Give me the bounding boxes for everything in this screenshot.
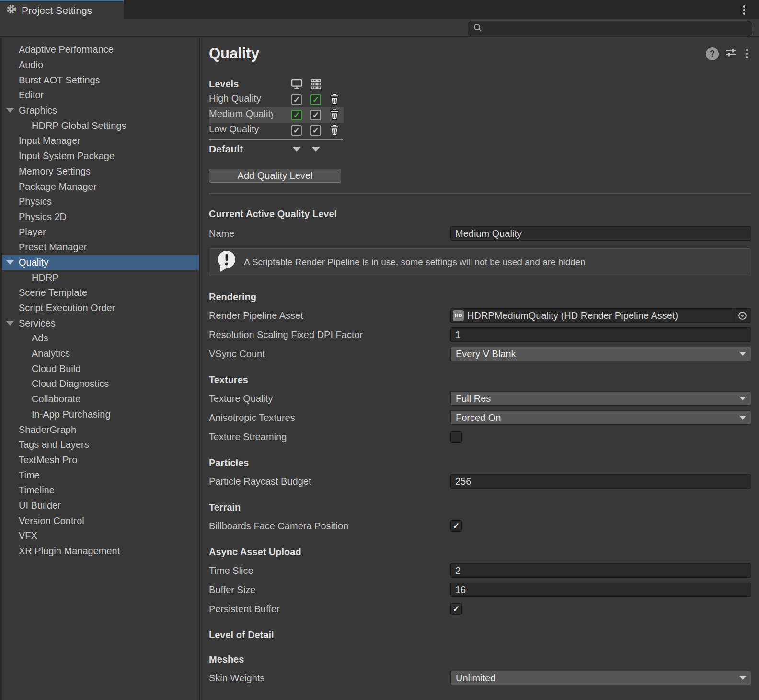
expand-arrow-icon [6,230,19,234]
sidebar-item-quality[interactable]: Quality [2,255,199,270]
level-checkbox-desktop[interactable]: ✓ [291,110,302,120]
sidebar-item-cloud-build[interactable]: Cloud Build [2,361,199,376]
chevron-down-icon [739,352,746,356]
expand-arrow-icon [6,321,19,326]
expand-arrow-icon [19,382,32,386]
sidebar-item-shadergraph[interactable]: ShaderGraph [2,422,199,437]
object-picker-icon[interactable] [734,309,751,322]
info-icon [216,249,238,275]
resolution-scaling-fixed-dpi-factor-input[interactable] [450,327,751,342]
page-title: Quality [209,44,751,63]
expand-arrow-icon [6,215,19,219]
sidebar-item-hdrp-global-settings[interactable]: HDRP Global Settings [2,118,199,133]
level-checkbox-server[interactable]: ✓ [310,94,321,105]
sidebar-item-collaborate[interactable]: Collaborate [2,392,199,407]
sidebar-item-scene-template[interactable]: Scene Template [2,285,199,301]
level-row-low-quality[interactable]: Low Quality ✓ ✓ [209,123,344,138]
sidebar-item-input-manager[interactable]: Input Manager [2,133,199,149]
field-row-persistent-buffer: Persistent Buffer ✓ [209,602,751,616]
hd-asset-icon: HD [453,310,464,321]
sidebar-item-ads[interactable]: Ads [2,331,199,346]
level-row-high-quality[interactable]: High Quality ✓ ✓ [209,92,344,107]
sidebar-item-xr-plugin-management[interactable]: XR Plugin Management [2,544,199,559]
level-checkbox-server[interactable]: ✓ [310,110,321,120]
billboards-face-camera-position-checkbox[interactable]: ✓ [450,520,462,532]
sidebar-item-package-manager[interactable]: Package Manager [2,179,199,194]
section-particles: Particles Particle Raycast Budget [209,457,751,489]
sidebar-item-hdrp[interactable]: HDRP [2,270,199,285]
expand-arrow-icon [6,63,19,67]
sidebar-item-preset-manager[interactable]: Preset Manager [2,240,199,255]
sidebar-item-services[interactable]: Services [2,315,199,331]
sidebar-item-graphics[interactable]: Graphics [2,103,199,118]
expand-arrow-icon [6,306,19,310]
expand-arrow-icon [19,351,32,356]
persistent-buffer-checkbox[interactable]: ✓ [450,603,462,615]
sidebar-item-time[interactable]: Time [2,467,199,483]
sidebar-item-ui-builder[interactable]: UI Builder [2,498,199,513]
sidebar-item-input-system-package[interactable]: Input System Package [2,149,199,164]
expand-arrow-icon [6,199,19,204]
expand-arrow-icon [6,47,19,52]
expand-arrow-icon [6,519,19,523]
level-row-medium-quality[interactable]: Medium Quality ✓ ✓ [209,107,344,123]
search-input[interactable] [485,21,752,36]
sidebar-item-analytics[interactable]: Analytics [2,346,199,362]
sidebar-item-tags-and-layers[interactable]: Tags and Layers [2,437,199,453]
render-pipeline-asset-object-field[interactable]: HD HDRPMediumQuality (HD Render Pipeline… [450,308,751,323]
sidebar-item-adaptive-performance[interactable]: Adaptive Performance [2,42,199,58]
section-heading-textures: Textures [209,374,751,385]
presets-icon[interactable] [725,47,737,60]
expand-arrow-icon [19,397,32,401]
project-settings-tab[interactable]: Project Settings [0,0,124,19]
add-quality-level-button[interactable]: Add Quality Level [209,169,341,183]
sidebar-item-player[interactable]: Player [2,224,199,240]
sidebar-item-textmesh-pro[interactable]: TextMesh Pro [2,453,199,468]
sidebar-item-editor[interactable]: Editor [2,88,199,103]
window-menu-button[interactable] [740,3,748,17]
field-row-buffer-size: Buffer Size [209,583,751,597]
sidebar-item-vfx[interactable]: VFX [2,528,199,544]
level-checkbox-desktop[interactable]: ✓ [291,125,302,136]
level-checkbox-desktop[interactable]: ✓ [291,94,302,105]
field-row-particle-raycast-budget: Particle Raycast Budget [209,474,751,489]
sidebar-item-audio[interactable]: Audio [2,58,199,73]
level-checkbox-server[interactable]: ✓ [310,125,321,136]
default-desktop-dropdown[interactable] [293,147,300,152]
trash-icon[interactable] [329,93,340,107]
anisotropic-textures-dropdown[interactable]: Forced On [450,410,751,425]
panel-menu-icon[interactable] [744,47,750,60]
expand-arrow-icon [6,428,19,432]
search-box[interactable] [468,21,752,36]
sidebar-item-cloud-diagnostics[interactable]: Cloud Diagnostics [2,376,199,392]
default-server-dropdown[interactable] [312,147,320,152]
sidebar-item-burst-aot-settings[interactable]: Burst AOT Settings [2,72,199,88]
field-row-resolution-scaling-fixed-dpi-factor: Resolution Scaling Fixed DPI Factor [209,327,751,342]
desktop-platform-icon [287,79,306,90]
texture-streaming-checkbox[interactable] [450,431,462,443]
sidebar-item-script-execution-order[interactable]: Script Execution Order [2,301,199,316]
particle-raycast-budget-input[interactable] [450,474,751,489]
sidebar-item-in-app-purchasing[interactable]: In-App Purchasing [2,407,199,422]
vsync-count-dropdown[interactable]: Every V Blank [450,347,751,361]
buffer-size-input[interactable] [450,583,751,597]
texture-quality-dropdown[interactable]: Full Res [450,391,751,406]
field-row-time-slice: Time Slice [209,563,751,578]
section-meshes: Meshes Skin Weights Unlimited [209,654,751,685]
section-level-of-detail: Level of Detail [209,630,751,641]
trash-icon[interactable] [329,108,340,122]
trash-icon[interactable] [329,124,340,138]
search-icon [473,23,483,35]
sidebar-item-timeline[interactable]: Timeline [2,483,199,498]
sidebar-item-physics[interactable]: Physics [2,194,199,210]
time-slice-input[interactable] [450,563,751,578]
field-row-anisotropic-textures: Anisotropic Textures Forced On [209,410,751,425]
skin-weights-dropdown[interactable]: Unlimited [450,671,751,685]
help-icon[interactable]: ? [706,47,719,60]
sidebar-item-physics-2d[interactable]: Physics 2D [2,210,199,225]
sidebar-item-version-control[interactable]: Version Control [2,513,199,528]
section-terrain: Terrain Billboards Face Camera Position … [209,502,751,533]
expand-arrow-icon [6,108,19,113]
sidebar-item-memory-settings[interactable]: Memory Settings [2,164,199,179]
quality-name-input[interactable] [450,226,751,241]
